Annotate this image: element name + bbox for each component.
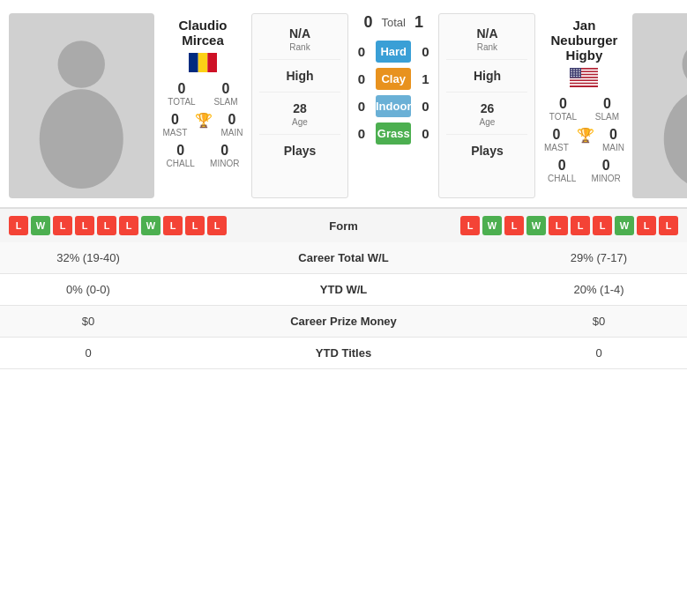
svg-point-20: [579, 71, 581, 73]
form-badge: L: [460, 216, 480, 235]
total-label: Total: [381, 16, 405, 29]
right-age-label: Age: [446, 117, 527, 127]
right-high-section: High: [446, 65, 527, 93]
clay-surface-btn: Clay: [376, 68, 411, 90]
right-slam-stat: 0 Slam: [595, 96, 619, 122]
form-badge: L: [659, 216, 678, 235]
form-badge: L: [53, 216, 72, 235]
right-flag-icon: [570, 68, 598, 87]
form-badge: L: [593, 216, 612, 235]
right-stats-row-1: 0 Total 0 Slam: [540, 96, 628, 122]
right-player-name: Jan Neuburger Higby: [540, 18, 628, 63]
main-container: Claudio Mircea 0 Total 0 Slam: [0, 0, 687, 369]
form-badge: L: [9, 216, 28, 235]
indoor-left-score: 0: [353, 99, 370, 114]
surface-row-hard: 0 Hard 0: [353, 41, 434, 63]
left-main-label: Main: [220, 128, 243, 137]
stats-left-value: 32% (19-40): [0, 242, 176, 274]
stats-center-label: Career Total W/L: [176, 242, 511, 274]
stats-left-value: 0% (0-0): [0, 274, 176, 306]
total-left: 0: [363, 13, 372, 32]
left-stats-row-3: 0 Chall 0 Minor: [159, 143, 247, 168]
svg-point-22: [574, 73, 576, 75]
left-mast-stat: 0 Mast: [163, 112, 188, 137]
right-minor-value: 0: [591, 158, 620, 174]
svg-point-25: [571, 76, 573, 78]
indoor-right-score: 0: [416, 99, 434, 114]
svg-point-27: [577, 76, 579, 78]
svg-rect-2: [189, 53, 198, 72]
left-rank-value: N/A: [259, 26, 340, 41]
right-rank-label: Rank: [446, 42, 527, 52]
form-badge: L: [75, 216, 94, 235]
svg-point-17: [571, 71, 573, 73]
left-player-photo: [9, 13, 154, 198]
surface-row-clay: 0 Clay 1: [353, 68, 434, 90]
stats-right-value: 20% (1-4): [511, 274, 687, 306]
right-high-value: High: [446, 69, 527, 83]
left-age-label: Age: [259, 117, 340, 127]
total-right: 1: [414, 13, 423, 32]
left-stats-row-2: 0 Mast 🏆 0 Main: [159, 112, 247, 137]
right-minor-stat: 0 Minor: [591, 158, 620, 183]
clay-right-score: 1: [416, 71, 434, 86]
svg-point-29: [682, 41, 687, 87]
right-mast-value: 0: [544, 127, 569, 143]
right-age-value: 26: [446, 101, 527, 115]
right-main-value: 0: [602, 127, 624, 143]
grass-left-score: 0: [353, 126, 370, 141]
stats-right-value: 29% (7-17): [511, 242, 687, 274]
left-age-section: 28 Age: [259, 98, 340, 135]
right-form-badges: LWLWLLLWLL: [460, 216, 678, 235]
left-rank-label: Rank: [259, 42, 340, 52]
svg-point-16: [579, 69, 581, 71]
left-trophy-icon: 🏆: [195, 113, 213, 128]
left-rank-section: N/A Rank: [259, 23, 340, 60]
grass-right-score: 0: [416, 126, 434, 141]
right-total-stat: 0 Total: [549, 96, 577, 122]
right-slam-value: 0: [595, 96, 619, 112]
right-mast-label: Mast: [544, 143, 569, 152]
svg-rect-3: [198, 53, 208, 72]
stats-center-label: YTD W/L: [176, 274, 511, 306]
left-form-badges: LWLLLLWLLL: [9, 216, 227, 235]
right-stats-row-2: 0 Mast 🏆 0 Main: [540, 127, 628, 152]
svg-point-13: [571, 69, 573, 71]
svg-point-19: [577, 71, 579, 73]
left-minor-stat: 0 Minor: [210, 143, 239, 168]
right-slam-label: Slam: [595, 112, 619, 122]
left-age-value: 28: [259, 101, 340, 115]
left-total-value: 0: [168, 81, 195, 97]
svg-point-1: [40, 89, 123, 189]
left-player-info: Claudio Mircea 0 Total 0 Slam: [154, 13, 251, 198]
right-rank-value: N/A: [446, 26, 527, 41]
right-minor-label: Minor: [591, 174, 620, 183]
form-label: Form: [227, 219, 460, 233]
left-minor-value: 0: [210, 143, 239, 159]
hard-surface-btn: Hard: [376, 41, 411, 63]
left-mast-label: Mast: [163, 128, 188, 137]
surface-rows: 0 Hard 0 0 Clay 1 0 Indoor 0: [353, 41, 434, 145]
form-badge: L: [549, 216, 568, 235]
left-slam-label: Slam: [213, 97, 237, 107]
form-badge: L: [207, 216, 227, 235]
form-badge: W: [482, 216, 502, 235]
svg-point-15: [577, 69, 579, 71]
left-total-stat: 0 Total: [168, 81, 195, 107]
form-badge: L: [185, 216, 205, 235]
right-total-value: 0: [549, 96, 577, 112]
left-minor-label: Minor: [210, 159, 239, 168]
form-badge: L: [119, 216, 138, 235]
stats-center-label: YTD Titles: [176, 338, 511, 369]
svg-point-26: [574, 76, 576, 78]
surface-row-grass: 0 Grass 0: [353, 122, 434, 145]
left-stats-row-1: 0 Total 0 Slam: [159, 81, 247, 107]
svg-rect-4: [207, 53, 217, 72]
stats-left-value: $0: [0, 306, 176, 338]
stats-left-value: 0: [0, 338, 176, 369]
svg-point-21: [571, 73, 573, 75]
right-main-label: Main: [602, 143, 624, 152]
svg-rect-10: [570, 81, 598, 83]
left-chall-label: Chall: [167, 159, 195, 168]
left-chall-stat: 0 Chall: [167, 143, 195, 168]
